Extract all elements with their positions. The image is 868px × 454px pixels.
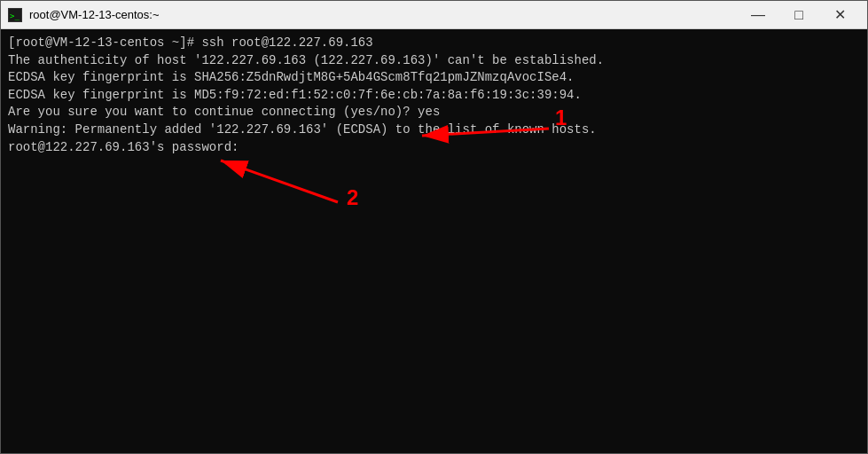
- annotation-label-1: 1: [555, 106, 567, 129]
- svg-line-4: [221, 160, 338, 202]
- close-button[interactable]: ✕: [819, 1, 860, 29]
- svg-text:>_: >_: [10, 12, 20, 20]
- annotation-overlay: 1 2: [1, 29, 867, 453]
- terminal-body[interactable]: [root@VM-12-13-centos ~]# ssh root@122.2…: [1, 29, 867, 453]
- app-icon: >_: [8, 8, 22, 22]
- window-controls: — □ ✕: [738, 1, 860, 29]
- svg-line-3: [422, 129, 549, 136]
- annotation-label-2: 2: [347, 185, 358, 209]
- window-title: root@VM-12-13-centos:~: [29, 8, 738, 21]
- terminal-window: >_ root@VM-12-13-centos:~ — □ ✕ [root@VM…: [0, 0, 868, 454]
- titlebar: >_ root@VM-12-13-centos:~ — □ ✕: [1, 1, 867, 29]
- maximize-button[interactable]: □: [778, 1, 819, 29]
- minimize-button[interactable]: —: [738, 1, 778, 29]
